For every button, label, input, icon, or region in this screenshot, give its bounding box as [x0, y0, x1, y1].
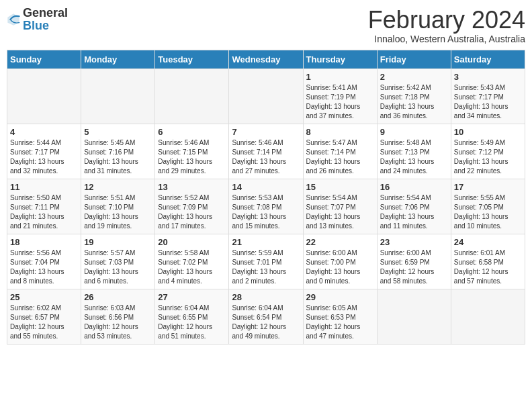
day-number: 2 — [380, 72, 448, 82]
calendar-cell — [81, 68, 155, 124]
day-number: 15 — [306, 182, 374, 192]
calendar-cell: 29Sunrise: 6:05 AM Sunset: 6:53 PM Dayli… — [303, 289, 377, 344]
day-number: 19 — [84, 237, 152, 247]
calendar-cell: 12Sunrise: 5:51 AM Sunset: 7:10 PM Dayli… — [81, 179, 155, 234]
calendar-cell: 21Sunrise: 5:59 AM Sunset: 7:01 PM Dayli… — [229, 234, 303, 289]
logo-icon — [7, 13, 20, 26]
calendar-cell — [229, 68, 303, 124]
month-title: February 2024 — [368, 7, 525, 34]
day-number: 6 — [158, 127, 226, 137]
calendar-cell — [377, 289, 451, 344]
calendar-cell: 15Sunrise: 5:54 AM Sunset: 7:07 PM Dayli… — [303, 179, 377, 234]
logo: General Blue — [7, 7, 68, 32]
calendar-cell: 11Sunrise: 5:50 AM Sunset: 7:11 PM Dayli… — [7, 179, 81, 234]
day-info: Sunrise: 5:54 AM Sunset: 7:06 PM Dayligh… — [380, 193, 448, 231]
calendar-week-row: 11Sunrise: 5:50 AM Sunset: 7:11 PM Dayli… — [7, 179, 525, 234]
calendar-cell — [155, 68, 229, 124]
day-info: Sunrise: 5:57 AM Sunset: 7:03 PM Dayligh… — [84, 248, 152, 286]
day-info: Sunrise: 5:58 AM Sunset: 7:02 PM Dayligh… — [158, 248, 226, 286]
calendar-week-row: 25Sunrise: 6:02 AM Sunset: 6:57 PM Dayli… — [7, 289, 525, 344]
day-number: 25 — [10, 292, 78, 302]
calendar-cell: 7Sunrise: 5:46 AM Sunset: 7:14 PM Daylig… — [229, 124, 303, 179]
day-number: 29 — [306, 292, 374, 302]
day-number: 13 — [158, 182, 226, 192]
location-title: Innaloo, Western Australia, Australia — [368, 34, 525, 44]
day-info: Sunrise: 5:54 AM Sunset: 7:07 PM Dayligh… — [306, 193, 374, 231]
day-info: Sunrise: 5:46 AM Sunset: 7:15 PM Dayligh… — [158, 138, 226, 176]
calendar-cell: 14Sunrise: 5:53 AM Sunset: 7:08 PM Dayli… — [229, 179, 303, 234]
day-info: Sunrise: 5:46 AM Sunset: 7:14 PM Dayligh… — [232, 138, 300, 176]
day-info: Sunrise: 5:50 AM Sunset: 7:11 PM Dayligh… — [10, 193, 78, 231]
day-info: Sunrise: 5:55 AM Sunset: 7:05 PM Dayligh… — [454, 193, 522, 231]
day-info: Sunrise: 5:53 AM Sunset: 7:08 PM Dayligh… — [232, 193, 300, 231]
weekday-header-friday: Friday — [377, 50, 451, 68]
day-number: 5 — [84, 127, 152, 137]
day-info: Sunrise: 6:01 AM Sunset: 6:58 PM Dayligh… — [454, 248, 522, 286]
day-info: Sunrise: 6:05 AM Sunset: 6:53 PM Dayligh… — [306, 304, 374, 341]
day-info: Sunrise: 5:48 AM Sunset: 7:13 PM Dayligh… — [380, 138, 448, 176]
day-info: Sunrise: 6:00 AM Sunset: 7:00 PM Dayligh… — [306, 248, 374, 286]
day-number: 24 — [454, 237, 522, 247]
day-number: 18 — [10, 237, 78, 247]
calendar-cell — [7, 68, 81, 124]
calendar-cell: 2Sunrise: 5:42 AM Sunset: 7:18 PM Daylig… — [377, 68, 451, 124]
page-header: General Blue February 2024 Innaloo, West… — [7, 7, 525, 44]
logo-text: General Blue — [23, 7, 68, 32]
day-info: Sunrise: 5:51 AM Sunset: 7:10 PM Dayligh… — [84, 193, 152, 231]
day-info: Sunrise: 6:04 AM Sunset: 6:55 PM Dayligh… — [158, 304, 226, 341]
calendar-cell: 24Sunrise: 6:01 AM Sunset: 6:58 PM Dayli… — [451, 234, 525, 289]
calendar-cell: 1Sunrise: 5:41 AM Sunset: 7:19 PM Daylig… — [303, 68, 377, 124]
day-number: 17 — [454, 182, 522, 192]
calendar-week-row: 1Sunrise: 5:41 AM Sunset: 7:19 PM Daylig… — [7, 68, 525, 124]
day-number: 22 — [306, 237, 374, 247]
weekday-header-wednesday: Wednesday — [229, 50, 303, 68]
calendar-cell: 4Sunrise: 5:44 AM Sunset: 7:17 PM Daylig… — [7, 124, 81, 179]
calendar-cell: 28Sunrise: 6:04 AM Sunset: 6:54 PM Dayli… — [229, 289, 303, 344]
day-number: 21 — [232, 237, 300, 247]
calendar-cell: 25Sunrise: 6:02 AM Sunset: 6:57 PM Dayli… — [7, 289, 81, 344]
weekday-header-saturday: Saturday — [451, 50, 525, 68]
day-info: Sunrise: 5:47 AM Sunset: 7:14 PM Dayligh… — [306, 138, 374, 176]
day-number: 11 — [10, 182, 78, 192]
day-number: 28 — [232, 292, 300, 302]
day-info: Sunrise: 6:00 AM Sunset: 6:59 PM Dayligh… — [380, 248, 448, 286]
day-number: 3 — [454, 72, 522, 82]
weekday-header-sunday: Sunday — [7, 50, 81, 68]
title-area: February 2024 Innaloo, Western Australia… — [368, 7, 525, 44]
calendar-cell: 20Sunrise: 5:58 AM Sunset: 7:02 PM Dayli… — [155, 234, 229, 289]
day-info: Sunrise: 5:52 AM Sunset: 7:09 PM Dayligh… — [158, 193, 226, 231]
day-info: Sunrise: 5:45 AM Sunset: 7:16 PM Dayligh… — [84, 138, 152, 176]
calendar-cell: 9Sunrise: 5:48 AM Sunset: 7:13 PM Daylig… — [377, 124, 451, 179]
calendar-cell: 26Sunrise: 6:03 AM Sunset: 6:56 PM Dayli… — [81, 289, 155, 344]
weekday-header-row: SundayMondayTuesdayWednesdayThursdayFrid… — [7, 50, 525, 68]
calendar-cell: 13Sunrise: 5:52 AM Sunset: 7:09 PM Dayli… — [155, 179, 229, 234]
day-number: 20 — [158, 237, 226, 247]
day-number: 8 — [306, 127, 374, 137]
calendar-cell: 3Sunrise: 5:43 AM Sunset: 7:17 PM Daylig… — [451, 68, 525, 124]
weekday-header-thursday: Thursday — [303, 50, 377, 68]
day-info: Sunrise: 6:03 AM Sunset: 6:56 PM Dayligh… — [84, 304, 152, 341]
day-number: 4 — [10, 127, 78, 137]
day-number: 10 — [454, 127, 522, 137]
calendar-week-row: 4Sunrise: 5:44 AM Sunset: 7:17 PM Daylig… — [7, 124, 525, 179]
calendar-cell: 8Sunrise: 5:47 AM Sunset: 7:14 PM Daylig… — [303, 124, 377, 179]
day-number: 23 — [380, 237, 448, 247]
day-number: 14 — [232, 182, 300, 192]
day-number: 12 — [84, 182, 152, 192]
calendar-cell: 16Sunrise: 5:54 AM Sunset: 7:06 PM Dayli… — [377, 179, 451, 234]
day-number: 27 — [158, 292, 226, 302]
calendar-cell: 23Sunrise: 6:00 AM Sunset: 6:59 PM Dayli… — [377, 234, 451, 289]
day-number: 26 — [84, 292, 152, 302]
calendar-cell — [451, 289, 525, 344]
weekday-header-tuesday: Tuesday — [155, 50, 229, 68]
day-number: 7 — [232, 127, 300, 137]
calendar-table: SundayMondayTuesdayWednesdayThursdayFrid… — [7, 50, 525, 345]
day-info: Sunrise: 5:43 AM Sunset: 7:17 PM Dayligh… — [454, 83, 522, 121]
calendar-cell: 18Sunrise: 5:56 AM Sunset: 7:04 PM Dayli… — [7, 234, 81, 289]
day-info: Sunrise: 6:04 AM Sunset: 6:54 PM Dayligh… — [232, 304, 300, 341]
calendar-cell: 22Sunrise: 6:00 AM Sunset: 7:00 PM Dayli… — [303, 234, 377, 289]
calendar-cell: 6Sunrise: 5:46 AM Sunset: 7:15 PM Daylig… — [155, 124, 229, 179]
day-number: 9 — [380, 127, 448, 137]
calendar-cell: 27Sunrise: 6:04 AM Sunset: 6:55 PM Dayli… — [155, 289, 229, 344]
day-info: Sunrise: 5:42 AM Sunset: 7:18 PM Dayligh… — [380, 83, 448, 121]
